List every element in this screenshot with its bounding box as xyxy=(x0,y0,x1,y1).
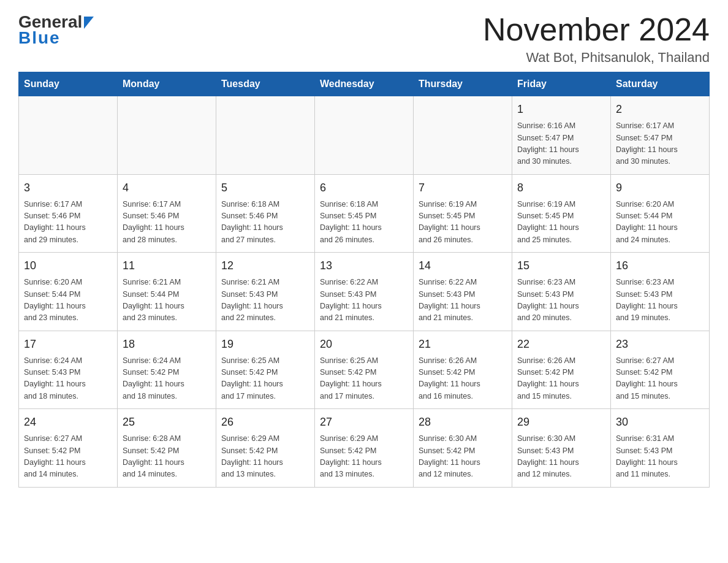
calendar-cell-w4-d5: 21Sunrise: 6:26 AMSunset: 5:42 PMDayligh… xyxy=(414,331,512,409)
day-number-9: 9 xyxy=(616,180,704,196)
day-info-30: Sunrise: 6:31 AMSunset: 5:43 PMDaylight:… xyxy=(616,433,704,481)
calendar-cell-w3-d3: 12Sunrise: 6:21 AMSunset: 5:43 PMDayligh… xyxy=(216,253,315,331)
day-number-10: 10 xyxy=(24,258,112,274)
day-number-25: 25 xyxy=(123,414,211,431)
calendar-cell-w3-d4: 13Sunrise: 6:22 AMSunset: 5:43 PMDayligh… xyxy=(315,253,414,331)
day-number-26: 26 xyxy=(221,414,309,431)
day-number-11: 11 xyxy=(123,258,211,274)
day-number-27: 27 xyxy=(320,414,408,431)
day-number-14: 14 xyxy=(419,258,507,274)
day-number-15: 15 xyxy=(517,258,605,274)
calendar-cell-w3-d2: 11Sunrise: 6:21 AMSunset: 5:44 PMDayligh… xyxy=(118,253,216,331)
calendar-cell-w2-d4: 6Sunrise: 6:18 AMSunset: 5:45 PMDaylight… xyxy=(315,174,414,253)
header-thursday: Thursday xyxy=(414,72,512,96)
day-number-3: 3 xyxy=(24,180,112,196)
day-number-7: 7 xyxy=(419,180,507,196)
day-info-4: Sunrise: 6:17 AMSunset: 5:46 PMDaylight:… xyxy=(123,199,211,247)
day-info-10: Sunrise: 6:20 AMSunset: 5:44 PMDaylight:… xyxy=(24,277,112,324)
calendar-cell-w5-d2: 25Sunrise: 6:28 AMSunset: 5:42 PMDayligh… xyxy=(118,409,216,488)
calendar-cell-w4-d3: 19Sunrise: 6:25 AMSunset: 5:42 PMDayligh… xyxy=(216,331,315,409)
calendar-cell-w5-d1: 24Sunrise: 6:27 AMSunset: 5:42 PMDayligh… xyxy=(19,409,118,488)
calendar-cell-w4-d4: 20Sunrise: 6:25 AMSunset: 5:42 PMDayligh… xyxy=(315,331,414,409)
calendar-cell-w1-d2 xyxy=(118,96,216,175)
day-info-15: Sunrise: 6:23 AMSunset: 5:43 PMDaylight:… xyxy=(517,277,605,324)
day-info-23: Sunrise: 6:27 AMSunset: 5:42 PMDaylight:… xyxy=(616,355,704,403)
week-row-3: 10Sunrise: 6:20 AMSunset: 5:44 PMDayligh… xyxy=(19,253,710,331)
day-info-22: Sunrise: 6:26 AMSunset: 5:42 PMDaylight:… xyxy=(517,355,605,403)
calendar-cell-w1-d7: 2Sunrise: 6:17 AMSunset: 5:47 PMDaylight… xyxy=(611,96,710,175)
day-info-7: Sunrise: 6:19 AMSunset: 5:45 PMDaylight:… xyxy=(419,199,507,247)
calendar-cell-w4-d7: 23Sunrise: 6:27 AMSunset: 5:42 PMDayligh… xyxy=(611,331,710,409)
calendar-cell-w1-d4 xyxy=(315,96,414,175)
day-info-21: Sunrise: 6:26 AMSunset: 5:42 PMDaylight:… xyxy=(419,355,507,403)
calendar-cell-w1-d1 xyxy=(19,96,118,175)
day-number-8: 8 xyxy=(517,180,605,196)
day-number-19: 19 xyxy=(221,336,309,353)
calendar-cell-w1-d6: 1Sunrise: 6:16 AMSunset: 5:47 PMDaylight… xyxy=(512,96,611,175)
day-info-29: Sunrise: 6:30 AMSunset: 5:43 PMDaylight:… xyxy=(517,433,605,481)
week-row-2: 3Sunrise: 6:17 AMSunset: 5:46 PMDaylight… xyxy=(19,174,710,253)
calendar-cell-w4-d2: 18Sunrise: 6:24 AMSunset: 5:42 PMDayligh… xyxy=(118,331,216,409)
day-info-6: Sunrise: 6:18 AMSunset: 5:45 PMDaylight:… xyxy=(320,199,408,247)
day-number-17: 17 xyxy=(24,336,112,353)
location-subtitle: Wat Bot, Phitsanulok, Thailand xyxy=(483,50,710,66)
day-info-8: Sunrise: 6:19 AMSunset: 5:45 PMDaylight:… xyxy=(517,199,605,247)
title-section: November 2024 Wat Bot, Phitsanulok, Thai… xyxy=(483,12,710,66)
calendar-cell-w1-d5 xyxy=(414,96,512,175)
day-info-13: Sunrise: 6:22 AMSunset: 5:43 PMDaylight:… xyxy=(320,277,408,324)
day-info-26: Sunrise: 6:29 AMSunset: 5:42 PMDaylight:… xyxy=(221,433,309,481)
day-info-12: Sunrise: 6:21 AMSunset: 5:43 PMDaylight:… xyxy=(221,277,309,324)
calendar-cell-w2-d6: 8Sunrise: 6:19 AMSunset: 5:45 PMDaylight… xyxy=(512,174,611,253)
calendar-cell-w5-d7: 30Sunrise: 6:31 AMSunset: 5:43 PMDayligh… xyxy=(611,409,710,488)
day-number-16: 16 xyxy=(616,258,704,274)
day-info-1: Sunrise: 6:16 AMSunset: 5:47 PMDaylight:… xyxy=(517,120,605,168)
day-info-9: Sunrise: 6:20 AMSunset: 5:44 PMDaylight:… xyxy=(616,199,704,247)
day-info-5: Sunrise: 6:18 AMSunset: 5:46 PMDaylight:… xyxy=(221,199,309,247)
calendar-cell-w5-d5: 28Sunrise: 6:30 AMSunset: 5:42 PMDayligh… xyxy=(414,409,512,488)
day-number-6: 6 xyxy=(320,180,408,196)
calendar-cell-w1-d3 xyxy=(216,96,315,175)
day-info-18: Sunrise: 6:24 AMSunset: 5:42 PMDaylight:… xyxy=(123,355,211,403)
calendar-cell-w2-d2: 4Sunrise: 6:17 AMSunset: 5:46 PMDaylight… xyxy=(118,174,216,253)
day-number-12: 12 xyxy=(221,258,309,274)
calendar-cell-w3-d6: 15Sunrise: 6:23 AMSunset: 5:43 PMDayligh… xyxy=(512,253,611,331)
header-tuesday: Tuesday xyxy=(216,72,315,96)
day-info-3: Sunrise: 6:17 AMSunset: 5:46 PMDaylight:… xyxy=(24,199,112,247)
calendar-cell-w3-d1: 10Sunrise: 6:20 AMSunset: 5:44 PMDayligh… xyxy=(19,253,118,331)
header-monday: Monday xyxy=(118,72,216,96)
day-number-2: 2 xyxy=(616,101,704,118)
day-info-16: Sunrise: 6:23 AMSunset: 5:43 PMDaylight:… xyxy=(616,277,704,324)
day-info-17: Sunrise: 6:24 AMSunset: 5:43 PMDaylight:… xyxy=(24,355,112,403)
day-number-21: 21 xyxy=(419,336,507,353)
calendar-table: Sunday Monday Tuesday Wednesday Thursday… xyxy=(18,72,710,488)
day-number-24: 24 xyxy=(24,414,112,431)
day-info-19: Sunrise: 6:25 AMSunset: 5:42 PMDaylight:… xyxy=(221,355,309,403)
week-row-5: 24Sunrise: 6:27 AMSunset: 5:42 PMDayligh… xyxy=(19,409,710,488)
calendar-cell-w5-d4: 27Sunrise: 6:29 AMSunset: 5:42 PMDayligh… xyxy=(315,409,414,488)
header-sunday: Sunday xyxy=(19,72,118,96)
header-friday: Friday xyxy=(512,72,611,96)
calendar-cell-w2-d5: 7Sunrise: 6:19 AMSunset: 5:45 PMDaylight… xyxy=(414,174,512,253)
logo: General Blue xyxy=(18,12,94,48)
calendar-cell-w4-d6: 22Sunrise: 6:26 AMSunset: 5:42 PMDayligh… xyxy=(512,331,611,409)
day-info-2: Sunrise: 6:17 AMSunset: 5:47 PMDaylight:… xyxy=(616,120,704,168)
logo-triangle-icon xyxy=(84,17,94,29)
calendar-cell-w2-d3: 5Sunrise: 6:18 AMSunset: 5:46 PMDaylight… xyxy=(216,174,315,253)
day-info-11: Sunrise: 6:21 AMSunset: 5:44 PMDaylight:… xyxy=(123,277,211,324)
calendar-cell-w4-d1: 17Sunrise: 6:24 AMSunset: 5:43 PMDayligh… xyxy=(19,331,118,409)
day-number-30: 30 xyxy=(616,414,704,431)
calendar-cell-w5-d6: 29Sunrise: 6:30 AMSunset: 5:43 PMDayligh… xyxy=(512,409,611,488)
day-number-22: 22 xyxy=(517,336,605,353)
day-number-13: 13 xyxy=(320,258,408,274)
day-number-1: 1 xyxy=(517,101,605,118)
header-saturday: Saturday xyxy=(611,72,710,96)
calendar-cell-w3-d5: 14Sunrise: 6:22 AMSunset: 5:43 PMDayligh… xyxy=(414,253,512,331)
calendar-cell-w5-d3: 26Sunrise: 6:29 AMSunset: 5:42 PMDayligh… xyxy=(216,409,315,488)
week-row-1: 1Sunrise: 6:16 AMSunset: 5:47 PMDaylight… xyxy=(19,96,710,175)
day-number-20: 20 xyxy=(320,336,408,353)
day-number-18: 18 xyxy=(123,336,211,353)
calendar-cell-w3-d7: 16Sunrise: 6:23 AMSunset: 5:43 PMDayligh… xyxy=(611,253,710,331)
day-number-23: 23 xyxy=(616,336,704,353)
header-wednesday: Wednesday xyxy=(315,72,414,96)
day-number-29: 29 xyxy=(517,414,605,431)
